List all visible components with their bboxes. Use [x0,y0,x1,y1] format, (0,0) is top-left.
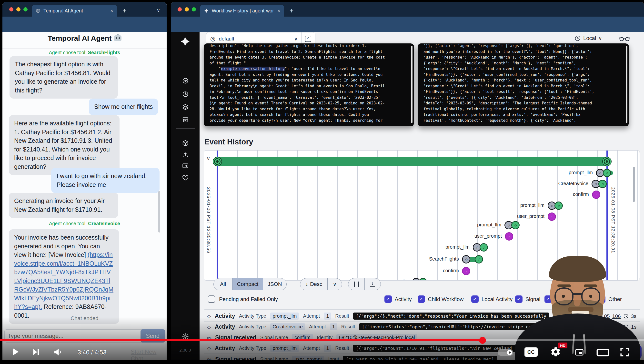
volume-button[interactable] [53,347,63,357]
autoplay-toggle[interactable] [498,349,513,356]
presenter-glasses-lens [581,288,600,306]
namespace-icon [210,36,216,42]
timeline-event-activity[interactable] [548,202,563,210]
temporal-icon [204,8,209,13]
timeline-event-activity[interactable] [462,255,483,264]
user-message: Show me other flights [89,98,158,115]
robot-icon [114,36,122,41]
close-window-button[interactable] [178,7,182,12]
import-icon[interactable] [182,151,189,158]
workflow-end-marker[interactable] [602,157,612,166]
timeline-event-activity[interactable] [412,278,427,280]
highlighted-token: example_conversation_history [221,66,285,71]
timeline-event-signal[interactable] [548,212,556,221]
activity-checkbox[interactable] [384,296,392,303]
chat-page: Temporal AI Agent Agent chose tool: Sear… [2,32,166,360]
miniplayer-button[interactable] [574,348,585,357]
view-mode-segmented: All Compact JSON [214,278,287,290]
activity-label: Activity [395,296,412,302]
presenter-glasses-lens [554,288,574,306]
event-label: user_prompt [517,214,544,219]
timeline-event-signal[interactable] [505,232,513,240]
code-line: festival globally, celebrating the diver… [424,106,623,112]
new-tab-button[interactable]: + [122,7,126,15]
view-json-tab[interactable]: JSON [263,278,287,290]
namespace-value: default [219,36,234,42]
theater-mode-button[interactable] [596,348,609,357]
letterbox-bottom [0,360,644,364]
timeline-end-timestamp: 2025-01-08 PST 12:38:20.91 [610,187,616,253]
sort-desc-button[interactable]: ↓Desc [300,278,327,290]
right-tab-strip: Workflow History | agent-wor × + [171,2,644,16]
invoice-link[interactable]: (https://invoice.stripe.com/i/acct_1NBOL… [14,251,114,310]
code-text: " [210,66,221,71]
code-line: 'response': \"Great! Let's find an event… [424,84,623,89]
timeline-scrollbar[interactable] [633,167,635,202]
code-line: agent: Sure! Let's start by finding an e… [210,72,408,78]
next-button[interactable] [31,347,41,357]
pause-button[interactable] [348,278,364,290]
namespaces-icon[interactable] [182,140,189,147]
view-compact-tab[interactable]: Compact [232,278,263,290]
deployments-icon[interactable] [182,103,189,110]
browser-tab[interactable]: Temporal AI Agent × [32,5,117,16]
code-line: in February.\n user_confirmed_tool_run: … [210,89,408,95]
agent-message: Generating an invoice for your Air New Z… [9,193,118,218]
code-scrollbar[interactable] [411,46,412,123]
view-all-tab[interactable]: All [214,278,232,290]
tab-close-icon[interactable]: × [277,8,280,14]
browser-tab[interactable]: Workflow History | agent-wor × [200,5,284,16]
timezone-select[interactable]: Local [574,35,602,42]
child-workflow-checkbox[interactable] [418,296,425,303]
open-namespace-icon[interactable] [305,36,311,42]
timeline-event-activity[interactable] [473,243,488,252]
favorites-heart-icon[interactable] [182,174,189,181]
workflow-start-marker[interactable] [213,157,222,166]
archive-icon[interactable] [182,116,189,124]
feedback-icon[interactable] [182,162,189,170]
new-tab-button[interactable]: + [290,7,294,15]
local-activity-checkbox[interactable] [471,296,478,303]
timeline-event-signal[interactable] [592,190,600,199]
code-line: please\n agent: Let's search for flights… [210,112,408,118]
close-window-button[interactable] [9,7,14,12]
tool-note: Agent chose tool: CreateInvoice [2,221,166,226]
temporal-logo [180,36,190,47]
timeline-event-activity[interactable] [504,221,520,229]
pending-failed-checkbox[interactable] [208,296,215,303]
code-line: provide your departure city?\n user: New… [210,118,408,124]
minimize-window-button[interactable] [16,7,20,12]
collapse-timeline-icon[interactable] [206,156,210,162]
sort-chevron-button[interactable] [327,278,342,290]
workflows-icon[interactable] [182,77,189,84]
tab-search-chevron-icon[interactable] [156,7,160,13]
tab-close-icon[interactable]: × [110,8,113,14]
code-line: around the event dates 3. CreateInvoice:… [210,55,408,60]
captions-button[interactable]: CC [524,348,538,357]
minimize-window-button[interactable] [185,7,189,12]
workflow-execution-bar[interactable] [217,157,608,166]
play-button[interactable] [9,346,21,358]
timeline-event-activity[interactable] [592,180,607,188]
code-line: {'city': 'Auckland', 'month': 'March'}, … [424,78,623,84]
fullscreen-button[interactable] [619,346,630,358]
schedules-icon[interactable] [182,90,189,98]
code-line: 'result': {'events': [{'city': 'Auckland… [424,95,623,101]
video-frame: { "video": { "time": "3:40 / 4:53", "cc_… [0,0,644,364]
code-scrollbar[interactable] [626,46,628,123]
timeline-event-signal[interactable] [462,267,470,275]
chat-scrollbar[interactable] [158,191,160,232]
download-button[interactable] [364,278,381,290]
labs-glasses-icon[interactable] [619,36,630,43]
zoom-window-button[interactable] [192,7,196,12]
timeline-event-activity[interactable] [596,169,615,177]
code-line: Festival', 'monthContext': 'requested mo… [424,118,623,124]
progress-scrubber[interactable] [479,337,486,344]
timezone-label: Local [583,35,596,42]
zoom-window-button[interactable] [24,7,28,12]
namespace-chevron-icon [294,36,298,42]
tab-title: Workflow History | agent-wor [212,8,274,14]
right-toolbar: ← → ↻ i localhost:8233/namespaces/defaul… [171,16,644,32]
timezone-chevron-icon [599,36,602,41]
page-title: Temporal AI Agent [2,34,166,42]
